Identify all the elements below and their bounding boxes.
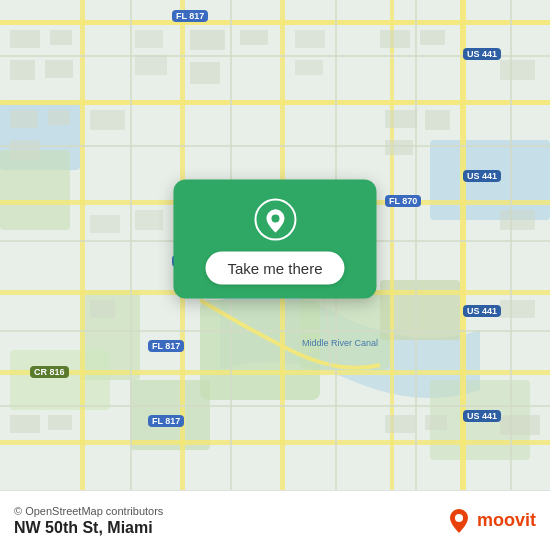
- moovit-text: moovit: [477, 510, 536, 531]
- svg-rect-43: [10, 140, 40, 160]
- location-card: Take me there: [173, 180, 376, 299]
- road-badge-fl870: FL 870: [385, 195, 421, 207]
- road-badge-us441-lower: US 441: [463, 305, 501, 317]
- svg-rect-36: [190, 30, 225, 50]
- svg-rect-37: [240, 30, 268, 45]
- svg-rect-62: [500, 210, 535, 230]
- svg-rect-56: [295, 60, 323, 75]
- svg-rect-17: [80, 0, 85, 490]
- svg-rect-58: [90, 215, 120, 233]
- moovit-brand-icon: [445, 507, 473, 535]
- svg-rect-49: [385, 415, 415, 433]
- svg-rect-45: [425, 110, 450, 130]
- svg-rect-60: [90, 300, 115, 318]
- svg-rect-54: [135, 55, 167, 75]
- svg-point-66: [271, 215, 279, 223]
- svg-rect-8: [10, 350, 110, 410]
- svg-rect-52: [90, 110, 125, 130]
- svg-rect-32: [10, 30, 40, 48]
- svg-rect-34: [10, 60, 35, 80]
- svg-rect-6: [0, 150, 70, 230]
- road-badge-fl817-bottom: FL 817: [148, 415, 184, 427]
- svg-rect-39: [380, 30, 410, 48]
- svg-rect-50: [425, 415, 447, 430]
- road-badge-fl817-lower: FL 817: [148, 340, 184, 352]
- take-me-there-button[interactable]: Take me there: [205, 252, 344, 285]
- svg-rect-61: [500, 60, 535, 80]
- svg-rect-42: [48, 110, 70, 125]
- bottom-bar: © OpenStreetMap contributors NW 50th St,…: [0, 490, 550, 550]
- svg-rect-40: [420, 30, 445, 45]
- svg-rect-55: [295, 30, 325, 48]
- road-badge-cr816: CR 816: [30, 366, 69, 378]
- svg-rect-51: [500, 415, 540, 435]
- svg-rect-53: [135, 30, 163, 48]
- svg-point-67: [455, 514, 463, 522]
- svg-rect-30: [415, 0, 417, 490]
- osm-attribution: © OpenStreetMap contributors: [14, 505, 163, 517]
- svg-rect-47: [10, 415, 40, 433]
- road-badge-us441-bottom: US 441: [463, 410, 501, 422]
- pin-icon: [253, 198, 297, 242]
- bottom-left: © OpenStreetMap contributors NW 50th St,…: [14, 505, 163, 537]
- location-name: NW 50th St, Miami: [14, 519, 163, 537]
- road-badge-us441-mid: US 441: [463, 170, 501, 182]
- moovit-logo[interactable]: moovit: [445, 507, 536, 535]
- road-badge-fl817-top: FL 817: [172, 10, 208, 22]
- svg-rect-44: [385, 110, 417, 128]
- svg-rect-23: [0, 145, 550, 147]
- svg-rect-63: [500, 300, 535, 318]
- svg-rect-26: [0, 405, 550, 407]
- svg-rect-48: [48, 415, 72, 430]
- road-badge-us441-top: US 441: [463, 48, 501, 60]
- svg-rect-46: [385, 140, 413, 155]
- svg-rect-59: [135, 210, 163, 230]
- svg-rect-35: [45, 60, 73, 78]
- map-container: FL 817 US 441 US 441 FL 870 FL 817 US 44…: [0, 0, 550, 490]
- svg-rect-27: [130, 0, 132, 490]
- svg-rect-25: [0, 330, 550, 332]
- svg-rect-41: [10, 110, 38, 128]
- svg-rect-38: [190, 62, 220, 84]
- svg-rect-33: [50, 30, 72, 45]
- canal-label: Middle River Canal: [302, 338, 378, 348]
